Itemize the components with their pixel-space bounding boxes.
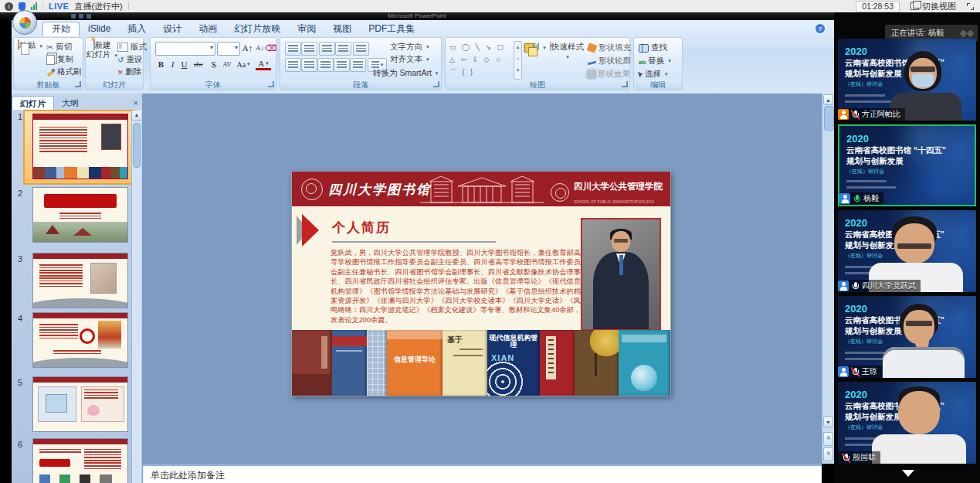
cut-button[interactable]: 剪切: [46, 42, 72, 53]
find-button[interactable]: 查找: [639, 43, 667, 53]
slide-thumbnail-2[interactable]: [32, 187, 128, 243]
participant-tile[interactable]: 2020 云南省高校图书馆 “十四五” 规划与创新发展 （在线）研讨会 方正阿帕…: [838, 39, 976, 121]
tab-animation[interactable]: 动画: [190, 22, 226, 36]
align-text-button[interactable]: 对齐文本: [390, 54, 429, 65]
group-font: A↑ A↓ ⌫ B I U abe S AV Aa A 字体: [150, 37, 276, 90]
tab-design[interactable]: 设计: [154, 22, 190, 36]
shape-fill-button[interactable]: 形状填充: [588, 43, 638, 53]
scroll-down-button[interactable]: ▼: [823, 417, 833, 427]
office-logo-icon: [19, 17, 31, 29]
replace-button[interactable]: 替换: [639, 56, 671, 66]
participant-tile[interactable]: 2020 云南省高校图书馆 “十四五” 规划与创新发展 （在线）研讨会 殷国聪: [838, 382, 976, 464]
text-shadow-button[interactable]: S: [208, 58, 219, 70]
participant-video: [872, 386, 966, 464]
scroll-up-icon[interactable]: ▲: [132, 111, 141, 121]
participant-tile[interactable]: 2020 云南省高校图书馆 “十四五” 规划与创新发展 （在线）研讨会 四川大学…: [838, 210, 976, 292]
book-cover: [292, 330, 332, 396]
help-button[interactable]: ?: [816, 24, 825, 33]
dialog-launcher-icon[interactable]: [268, 81, 274, 87]
scroll-up-button[interactable]: ▲: [823, 94, 833, 105]
info-icon[interactable]: i: [5, 2, 13, 11]
font-name-combo[interactable]: [155, 42, 215, 56]
font-color-button[interactable]: A: [256, 58, 271, 70]
office-button[interactable]: [12, 10, 37, 35]
tab-home[interactable]: 开始: [42, 22, 80, 36]
tab-slideshow[interactable]: 幻灯片放映: [226, 22, 289, 36]
numbering-button[interactable]: [301, 42, 317, 56]
book-cover: 基于: [443, 330, 487, 396]
panel-scrollbar[interactable]: ▲: [131, 111, 141, 483]
strikethrough-button[interactable]: abe: [191, 58, 206, 70]
next-slide-button[interactable]: »: [823, 447, 833, 461]
underline-button[interactable]: U: [178, 58, 190, 70]
scrollbar-thumb[interactable]: [824, 106, 834, 131]
copy-button[interactable]: 复制: [46, 54, 73, 65]
slide-thumbnail-1[interactable]: [32, 114, 128, 179]
book-cover: 现代信息机构管理 XIAN: [487, 330, 540, 396]
slide-canvas[interactable]: 四川大学图书馆: [292, 172, 670, 396]
quick-access-toolbar[interactable]: [71, 14, 91, 19]
tab-insert[interactable]: 插入: [119, 22, 154, 36]
notes-pane[interactable]: 单击此处添加备注: [143, 464, 822, 483]
italic-button[interactable]: I: [167, 58, 178, 70]
bold-button[interactable]: B: [155, 58, 167, 70]
font-size-combo[interactable]: [217, 42, 240, 56]
slide-thumbnail-4[interactable]: [32, 312, 128, 368]
convert-smartart-button[interactable]: 转换为 SmartArt: [373, 68, 438, 79]
align-center-button[interactable]: [301, 58, 317, 72]
dialog-launcher-icon[interactable]: [622, 81, 628, 87]
text-direction-button[interactable]: 文字方向: [390, 42, 429, 53]
line-spacing-button[interactable]: [353, 42, 369, 56]
delete-slide-button[interactable]: 删除: [117, 66, 142, 77]
quick-styles-button[interactable]: 快速样式: [549, 42, 585, 62]
sidebar-collapse-arrow[interactable]: ›: [829, 252, 832, 263]
slide-thumbnail-6[interactable]: [32, 438, 128, 483]
align-right-icon: [320, 61, 331, 69]
dialog-launcher-icon[interactable]: [75, 81, 81, 87]
arrange-button[interactable]: 排列: [523, 42, 546, 53]
tab-pdf-tools[interactable]: PDF工具集: [360, 22, 423, 36]
tab-slides-thumbnails[interactable]: 幻灯片: [12, 96, 54, 110]
tab-view[interactable]: 视图: [324, 22, 360, 36]
select-button[interactable]: 选择: [639, 69, 668, 80]
editor-scrollbar[interactable]: ▲ ▼ « »: [822, 94, 834, 464]
mic-icon: [851, 281, 860, 291]
format-painter-button[interactable]: 格式刷: [46, 66, 82, 77]
bullets-button[interactable]: [285, 42, 301, 56]
select-icon: [638, 70, 643, 77]
clear-formatting-button[interactable]: ⌫: [265, 42, 276, 54]
decrease-indent-button[interactable]: [319, 42, 335, 56]
dialog-launcher-icon[interactable]: [433, 81, 439, 87]
slide-thumbnail-5[interactable]: [32, 376, 128, 432]
fullscreen-icon[interactable]: [967, 3, 974, 10]
shape-outline-button[interactable]: 形状轮廓: [588, 56, 638, 66]
reset-button[interactable]: 重设: [117, 54, 142, 65]
close-panel-icon[interactable]: ×: [134, 96, 138, 110]
distribute-button[interactable]: [350, 58, 366, 72]
character-spacing-button[interactable]: AV: [220, 58, 234, 70]
tab-islide[interactable]: iSlide: [80, 22, 119, 36]
justify-button[interactable]: [334, 58, 350, 72]
increase-indent-button[interactable]: [335, 42, 351, 56]
shape-effects-button[interactable]: 形状效果: [588, 69, 637, 80]
shapes-gallery[interactable]: ▭ ◯ ╲ ↘ ▢ △ ⇦ ⇩ ◇ ☆ ⌒ { }: [449, 41, 511, 78]
ribbon-tabs: 开始 iSlide 插入 设计 动画 幻灯片放映 审阅 视图 PDF工具集: [42, 22, 423, 36]
school-logo-icon: [551, 183, 569, 202]
switch-view-button[interactable]: 切换视图: [910, 1, 956, 12]
more-participants-arrow-icon[interactable]: [902, 470, 914, 477]
participant-tile[interactable]: 2020 云南省高校图书馆 “十四五” 规划与创新发展 （在线）研讨会 杨毅: [838, 124, 976, 206]
layout-button[interactable]: 版式: [117, 42, 154, 53]
paste-button[interactable]: 粘贴: [17, 40, 43, 51]
slide-thumbnail-3[interactable]: [32, 253, 128, 308]
align-left-button[interactable]: [285, 58, 301, 72]
previous-slide-button[interactable]: «: [823, 432, 833, 446]
grow-font-button[interactable]: A↑: [242, 42, 253, 54]
participant-tile[interactable]: 2020 云南省高校图书馆 “十四五” 规划与创新发展 （在线）研讨会 王琼: [838, 296, 976, 378]
new-slide-button[interactable]: 新建 幻灯片: [86, 40, 117, 60]
tab-review[interactable]: 审阅: [289, 22, 324, 36]
tab-outline[interactable]: 大纲: [54, 96, 86, 110]
scrollbar-thumb[interactable]: [133, 123, 141, 168]
shapes-gallery-scrollbar[interactable]: ▲▪▼: [514, 41, 522, 80]
change-case-button[interactable]: Aa: [236, 58, 251, 70]
align-right-button[interactable]: [317, 58, 334, 72]
